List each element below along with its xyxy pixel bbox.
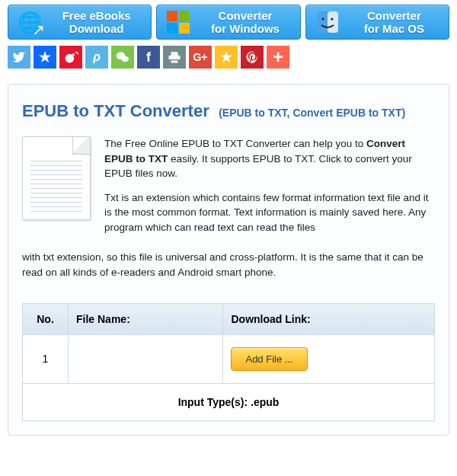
windows-icon (165, 8, 192, 36)
free-ebooks-download-button[interactable]: 🌐 Free eBooks Download (8, 5, 152, 40)
row-number: 1 (23, 334, 69, 383)
col-header-no: No. (23, 303, 69, 334)
document-icon (22, 136, 91, 220)
button-label: Download (50, 22, 143, 35)
globe-icon: 🌐 (16, 8, 43, 36)
svg-point-3 (331, 18, 333, 20)
intro-text: The Free Online EPUB to TXT Converter ca… (104, 136, 435, 244)
button-label: Free eBooks (50, 9, 143, 22)
twitter-icon[interactable] (8, 46, 30, 69)
converter-macos-button[interactable]: Converter for Mac OS (305, 5, 449, 40)
favorite-icon[interactable]: ★ (215, 46, 238, 69)
top-nav-buttons: 🌐 Free eBooks Download Converter for Win… (0, 0, 457, 43)
page-subtitle: (EPUB to TXT, Convert EPUB to TXT) (219, 107, 405, 119)
button-label: Converter (347, 9, 441, 22)
svg-point-2 (321, 18, 324, 20)
main-panel: EPUB to TXT Converter (EPUB to TXT, Conv… (8, 84, 449, 436)
intro-paragraph-2b: with txt extension, so this file is univ… (22, 250, 435, 280)
add-file-button[interactable]: Add File ... (231, 347, 307, 371)
page-title: EPUB to TXT Converter (22, 101, 209, 120)
download-cell: Add File ... (223, 334, 435, 383)
table-row: 1 Add File ... (23, 334, 435, 383)
page-title-line: EPUB to TXT Converter (EPUB to TXT, Conv… (22, 101, 435, 121)
svg-point-5 (72, 53, 75, 56)
converter-windows-button[interactable]: Converter for Windows (156, 5, 300, 40)
intro-paragraph-2a: Txt is an extension which contains few f… (104, 190, 435, 235)
intro-paragraph-1: The Free Online EPUB to TXT Converter ca… (104, 136, 435, 181)
files-table: No. File Name: Download Link: 1 Add File… (22, 303, 435, 421)
filename-cell (69, 334, 223, 383)
button-label: for Mac OS (347, 22, 441, 35)
col-header-download: Download Link: (223, 303, 435, 334)
svg-point-7 (122, 56, 129, 62)
google-plus-icon[interactable]: G+ (189, 46, 212, 69)
button-label: Converter (198, 9, 292, 22)
mac-finder-icon (314, 8, 341, 36)
button-label: for Windows (198, 22, 292, 35)
more-share-icon[interactable]: + (267, 46, 289, 69)
svg-rect-1 (328, 11, 338, 33)
pinterest-icon[interactable] (241, 46, 264, 69)
input-types-row: Input Type(s): .epub (23, 383, 435, 420)
intro-section: The Free Online EPUB to TXT Converter ca… (22, 136, 435, 244)
weibo-icon[interactable] (59, 46, 82, 69)
col-header-filename: File Name: (69, 303, 223, 334)
share-icons-row: ★ ρ f G+ ★ + (0, 43, 457, 76)
qzone-icon[interactable]: ★ (34, 46, 56, 69)
facebook-icon[interactable]: f (137, 46, 160, 69)
wechat-icon[interactable] (111, 46, 134, 69)
input-types-label: Input Type(s): .epub (23, 383, 435, 420)
print-icon[interactable] (163, 46, 186, 69)
tencent-icon[interactable]: ρ (85, 46, 108, 69)
